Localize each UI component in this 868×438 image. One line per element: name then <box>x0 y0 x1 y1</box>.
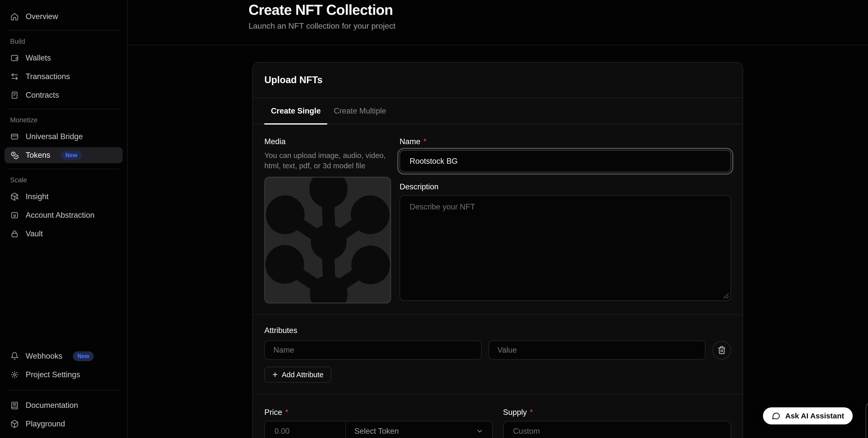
coins-icon <box>10 151 19 160</box>
price-label: Price * <box>265 408 493 417</box>
card-body: Media You can upload image, audio, video… <box>253 125 743 438</box>
name-label-text: Name <box>400 137 421 146</box>
card-header: Upload NFTs <box>253 63 743 98</box>
media-label: Media <box>265 137 391 146</box>
upload-nfts-card: Upload NFTs Create Single Create Multipl… <box>252 62 743 438</box>
section-label-scale: Scale <box>4 176 123 184</box>
sidebar-item-tokens[interactable]: Tokens New <box>4 147 123 163</box>
section-divider <box>253 314 743 315</box>
app-root: Overview Build Wallets Transactions <box>0 0 868 438</box>
plus-icon: + <box>272 370 278 379</box>
sidebar-group-monetize: Universal Bridge Tokens New <box>4 129 123 163</box>
new-badge: New <box>61 150 82 160</box>
card-title: Upload NFTs <box>265 75 323 86</box>
sidebar-item-wallets[interactable]: Wallets <box>4 50 123 66</box>
tab-create-single[interactable]: Create Single <box>265 98 327 124</box>
required-asterisk: * <box>285 408 288 417</box>
supply-label: Supply * <box>503 408 731 417</box>
sidebar-item-label: Overview <box>26 12 58 21</box>
sidebar-divider <box>7 30 120 31</box>
home-icon <box>10 12 19 21</box>
trash-icon <box>717 346 726 355</box>
description-label: Description <box>400 182 731 191</box>
description-wrap <box>400 195 731 302</box>
nft-description-textarea[interactable] <box>400 195 731 301</box>
price-supply-row: Price * Select Token <box>265 405 731 438</box>
gear-icon <box>10 370 19 379</box>
new-badge: New <box>73 351 94 361</box>
chevron-down-icon <box>476 428 484 435</box>
sidebar-item-label: Vault <box>26 229 43 238</box>
cube-icon <box>10 419 19 429</box>
sidebar-item-playground[interactable]: Playground <box>4 416 123 432</box>
tab-create-multiple[interactable]: Create Multiple <box>327 98 393 124</box>
price-column: Price * Select Token <box>265 405 493 438</box>
sidebar-item-project-settings[interactable]: Project Settings <box>4 367 123 383</box>
bridge-card-icon <box>10 132 19 141</box>
token-select-value: Select Token <box>354 427 399 436</box>
sidebar-item-webhooks[interactable]: Webhooks New <box>4 348 123 364</box>
sidebar-item-insight[interactable]: Insight <box>4 189 123 205</box>
sidebar-item-label: Universal Bridge <box>26 132 83 141</box>
sidebar-item-account-abstraction[interactable]: Account Abstraction <box>4 207 123 223</box>
main-content: Create NFT Collection Launch an NFT coll… <box>128 0 868 438</box>
chat-bubble-icon <box>772 411 780 420</box>
sidebar-item-label: Project Settings <box>26 370 80 379</box>
arrows-left-right-icon <box>10 72 19 81</box>
ask-ai-assistant-label: Ask AI Assistant <box>785 412 844 420</box>
contract-file-icon <box>10 91 19 100</box>
supply-input[interactable] <box>503 421 731 438</box>
section-label-build: Build <box>4 38 123 45</box>
price-amount-input[interactable] <box>265 422 346 438</box>
sidebar-item-label: Playground <box>26 419 65 429</box>
page-subtitle: Launch an NFT collection for your projec… <box>249 21 868 31</box>
supply-label-text: Supply <box>503 408 527 417</box>
package-search-icon <box>10 192 19 201</box>
resize-handle[interactable] <box>722 292 728 298</box>
section-label-monetize: Monetize <box>4 116 123 124</box>
sidebar-divider <box>7 169 120 169</box>
media-column: Media You can upload image, audio, video… <box>265 135 391 303</box>
name-label: Name * <box>400 137 731 146</box>
details-column: Name * Description <box>400 135 731 303</box>
price-input-group: Select Token <box>265 421 493 438</box>
sidebar-item-vault[interactable]: Vault <box>4 226 123 242</box>
wallet-icon <box>10 54 19 63</box>
bell-icon <box>10 351 19 361</box>
add-attribute-label: Add Attribute <box>282 371 323 379</box>
sidebar-item-label: Transactions <box>26 72 70 81</box>
smart-account-icon <box>10 211 19 220</box>
sidebar-footer: Webhooks New Project Settings Documentat… <box>4 348 123 432</box>
sidebar-item-universal-bridge[interactable]: Universal Bridge <box>4 129 123 145</box>
media-and-details-row: Media You can upload image, audio, video… <box>265 135 731 303</box>
sidebar-item-label: Tokens <box>26 151 50 160</box>
required-asterisk: * <box>424 137 427 146</box>
sidebar-group-build: Wallets Transactions Contracts <box>4 50 123 103</box>
page-header: Create NFT Collection Launch an NFT coll… <box>128 0 868 31</box>
delete-attribute-button[interactable] <box>712 341 731 360</box>
price-label-text: Price <box>265 408 282 417</box>
sidebar-item-label: Documentation <box>26 401 78 410</box>
sidebar-item-contracts[interactable]: Contracts <box>4 87 123 103</box>
upload-tabs: Create Single Create Multiple <box>253 98 743 125</box>
sidebar-item-label: Insight <box>26 192 49 201</box>
sidebar-item-documentation[interactable]: Documentation <box>4 397 123 413</box>
panel-corner-fragment <box>866 401 868 438</box>
sidebar-item-label: Webhooks <box>26 351 62 361</box>
sidebar-item-transactions[interactable]: Transactions <box>4 69 123 85</box>
attribute-row <box>265 341 731 360</box>
page-title: Create NFT Collection <box>249 1 868 18</box>
add-attribute-button[interactable]: + Add Attribute <box>265 367 332 383</box>
sidebar-item-overview[interactable]: Overview <box>4 8 123 25</box>
attribute-name-input[interactable] <box>265 341 482 360</box>
header-divider <box>128 45 868 45</box>
supply-column: Supply * <box>503 405 731 438</box>
sidebar-item-label: Wallets <box>26 54 51 63</box>
attribute-value-input[interactable] <box>489 341 706 360</box>
sidebar-item-label: Contracts <box>26 91 59 100</box>
ask-ai-assistant-button[interactable]: Ask AI Assistant <box>763 407 853 425</box>
nft-name-input[interactable] <box>400 150 731 172</box>
token-select-dropdown[interactable]: Select Token <box>346 422 492 438</box>
media-upload-preview[interactable] <box>265 177 391 303</box>
nft-blob-artwork <box>265 177 390 303</box>
